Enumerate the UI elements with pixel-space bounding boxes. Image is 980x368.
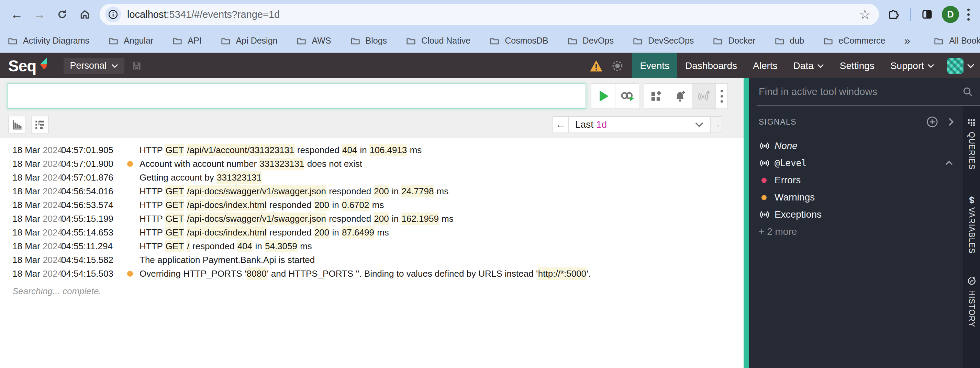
event-row[interactable]: 18 Mar 2024 04:55:11.294 HTTP GET / resp… bbox=[0, 239, 744, 253]
signals-title: SIGNALS bbox=[759, 117, 797, 127]
nav-data[interactable]: Data bbox=[786, 53, 832, 78]
tools-button-group bbox=[644, 83, 728, 109]
event-level-dot bbox=[127, 216, 140, 222]
url-text[interactable]: localhost:5341/#/events?range=1d bbox=[127, 9, 859, 20]
side-panel-icon[interactable] bbox=[918, 5, 936, 24]
back-icon[interactable]: ← bbox=[8, 5, 26, 24]
event-date: 18 Mar 2024 bbox=[13, 268, 61, 279]
bookmark-item[interactable]: Activity Diagrams bbox=[8, 36, 89, 46]
tab-history[interactable]: HISTORY bbox=[967, 276, 976, 327]
browser-profile-avatar[interactable]: D bbox=[942, 6, 959, 23]
tab-icon bbox=[967, 118, 976, 127]
sidebar-find-bar bbox=[757, 78, 980, 106]
bookmark-item[interactable]: eCommerce bbox=[823, 36, 885, 46]
find-input[interactable] bbox=[759, 86, 962, 97]
bookmark-label: Cloud Native bbox=[421, 36, 471, 46]
tail-stream-button[interactable] bbox=[615, 84, 639, 108]
user-menu-chevron-icon[interactable] bbox=[967, 63, 975, 69]
event-date: 18 Mar 2024 bbox=[13, 255, 61, 265]
bookmark-item[interactable]: Cloud Native bbox=[406, 36, 471, 46]
bookmark-item[interactable]: Blogs bbox=[350, 36, 387, 46]
event-row[interactable]: 18 Mar 2024 04:55:14.653 HTTP GET /api-d… bbox=[0, 225, 744, 239]
event-date: 18 Mar 2024 bbox=[13, 241, 61, 252]
tab-variables[interactable]: $ VARIABLES bbox=[966, 193, 977, 254]
bookmarks-bar: Activity Diagrams Angular API Api Design… bbox=[0, 29, 980, 53]
bookmarks-overflow-icon[interactable]: » bbox=[904, 34, 910, 47]
event-list-icon bbox=[34, 119, 46, 130]
range-back-button[interactable]: ← bbox=[552, 116, 569, 133]
warning-triangle-icon[interactable] bbox=[589, 60, 603, 72]
bookmark-item[interactable]: DevSecOps bbox=[633, 36, 694, 46]
all-bookmarks-label: All Bookmarks bbox=[949, 36, 980, 46]
run-query-button[interactable] bbox=[591, 84, 615, 108]
nav-events[interactable]: Events bbox=[632, 53, 677, 78]
signal-item--2-more[interactable]: + 2 more bbox=[759, 223, 963, 240]
event-row[interactable]: 18 Mar 2024 04:57:01.876 Getting account… bbox=[0, 171, 744, 184]
bookmark-item[interactable]: Angular bbox=[108, 36, 153, 46]
workspace-selector[interactable]: Personal bbox=[64, 58, 124, 74]
site-info-icon[interactable] bbox=[105, 6, 121, 22]
signal-item-warnings[interactable]: Warnings bbox=[759, 189, 963, 206]
signal-label: Errors bbox=[775, 175, 801, 186]
save-icon[interactable] bbox=[131, 60, 142, 71]
histogram-toggle-button[interactable] bbox=[8, 116, 26, 133]
bookmark-item[interactable]: API bbox=[172, 36, 201, 46]
more-options-button[interactable] bbox=[716, 84, 727, 108]
bookmark-item[interactable]: Api Design bbox=[221, 36, 278, 46]
search-icon[interactable] bbox=[962, 86, 973, 97]
address-bar[interactable]: localhost:5341/#/events?range=1d ☆ bbox=[100, 4, 879, 25]
range-select[interactable]: Last 1d bbox=[569, 116, 711, 133]
add-signal-plus-icon[interactable] bbox=[926, 116, 938, 128]
add-dashboard-chart-button[interactable] bbox=[644, 84, 668, 108]
event-message: HTTP GET / responded 404 in 54.3059 ms bbox=[140, 241, 312, 252]
home-icon[interactable] bbox=[76, 5, 94, 24]
event-message: Getting account by 331323131 bbox=[140, 172, 262, 183]
bookmark-item[interactable]: DevOps bbox=[567, 36, 614, 46]
event-row[interactable]: 18 Mar 2024 04:55:15.199 HTTP GET /api-d… bbox=[0, 212, 744, 225]
chevron-down-icon bbox=[928, 63, 934, 68]
signal-item-exceptions[interactable]: Exceptions bbox=[759, 206, 963, 223]
forward-icon[interactable]: → bbox=[30, 5, 49, 24]
nav-alerts[interactable]: Alerts bbox=[745, 53, 786, 78]
bookmark-item[interactable]: AWS bbox=[296, 36, 331, 46]
range-forward-button[interactable]: → bbox=[711, 116, 722, 133]
all-bookmarks-button[interactable]: All Bookmarks bbox=[934, 36, 980, 46]
folder-icon bbox=[350, 36, 360, 46]
add-signal-button[interactable] bbox=[692, 84, 716, 108]
event-date: 18 Mar 2024 bbox=[13, 227, 61, 238]
nav-settings[interactable]: Settings bbox=[832, 53, 882, 78]
browser-menu-icon[interactable] bbox=[963, 9, 975, 21]
nav-support[interactable]: Support bbox=[882, 53, 942, 78]
collapse-chevron-up-icon[interactable] bbox=[945, 160, 953, 166]
event-row[interactable]: 18 Mar 2024 04:54:15.503 Overriding HTTP… bbox=[0, 267, 744, 281]
bookmark-item[interactable]: Docker bbox=[713, 36, 755, 46]
signal-label: Warnings bbox=[775, 192, 815, 203]
event-time: 04:57:01.900 bbox=[61, 159, 127, 169]
bookmark-item[interactable]: CosmosDB bbox=[489, 36, 548, 46]
expand-chevron-right-icon[interactable] bbox=[948, 117, 954, 126]
event-row[interactable]: 18 Mar 2024 04:56:53.574 HTTP GET /api-d… bbox=[0, 198, 744, 212]
warning-dot-icon bbox=[127, 161, 133, 167]
event-row[interactable]: 18 Mar 2024 04:57:01.905 HTTP GET /api/v… bbox=[0, 143, 744, 157]
theme-sun-icon[interactable] bbox=[611, 60, 624, 72]
user-avatar[interactable] bbox=[947, 58, 964, 74]
tab-queries[interactable]: QUERIES bbox=[967, 118, 976, 170]
refresh-icon[interactable] bbox=[53, 5, 72, 24]
event-time: 04:55:11.294 bbox=[61, 241, 127, 252]
extensions-puzzle-icon[interactable] bbox=[885, 5, 903, 24]
seq-logo[interactable]: Seq bbox=[0, 53, 48, 78]
event-row[interactable]: 18 Mar 2024 04:56:54.016 HTTP GET /api-d… bbox=[0, 184, 744, 198]
nav-dashboards[interactable]: Dashboards bbox=[677, 53, 745, 78]
bookmark-star-icon[interactable]: ☆ bbox=[859, 7, 873, 22]
add-alert-button[interactable] bbox=[668, 84, 692, 108]
signal-item--level[interactable]: @Level bbox=[759, 154, 963, 171]
bookmark-item[interactable]: dub bbox=[775, 36, 804, 46]
bookmark-label: CosmosDB bbox=[505, 36, 548, 46]
signal-item-errors[interactable]: Errors bbox=[759, 171, 963, 189]
event-row[interactable]: 18 Mar 2024 04:54:15.582 The application… bbox=[0, 253, 744, 267]
event-row[interactable]: 18 Mar 2024 04:57:01.900 Account with ac… bbox=[0, 157, 744, 171]
search-status: Searching... complete. bbox=[0, 281, 744, 297]
event-list-toggle-button[interactable] bbox=[31, 116, 49, 133]
signal-item-none[interactable]: None bbox=[759, 137, 963, 154]
query-input[interactable] bbox=[7, 83, 586, 109]
